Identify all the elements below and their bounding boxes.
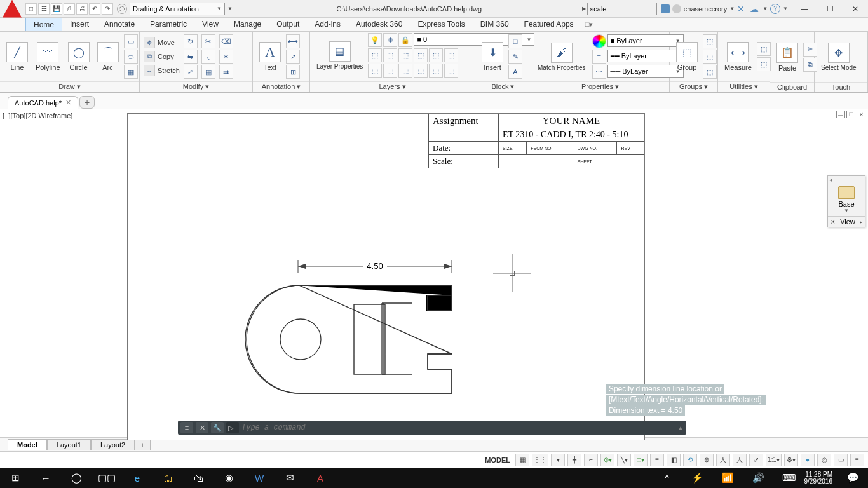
infer-constraints-icon[interactable]: ╋	[567, 454, 581, 466]
tab-manage[interactable]: Manage	[226, 18, 269, 31]
tab-addins[interactable]: Add-ins	[307, 18, 348, 31]
stretch-button[interactable]: ↔Stretch	[144, 64, 180, 77]
dimension-icon[interactable]: ⟷	[286, 34, 300, 48]
model-tab[interactable]: Model	[8, 439, 47, 450]
explorer-icon[interactable]: 🗂	[153, 468, 183, 488]
wifi-icon[interactable]: 📶	[713, 468, 743, 488]
close-icon[interactable]: ✕	[65, 98, 71, 107]
minimize-button[interactable]: —	[792, 0, 817, 18]
viewport-controls[interactable]: [−][Top][2D Wireframe]	[3, 112, 72, 119]
app-menu-button[interactable]	[0, 0, 24, 18]
panel-title-block[interactable]: Block ▾	[475, 81, 531, 92]
cmd-history-up-icon[interactable]: ▲	[677, 424, 684, 431]
layer-properties-button[interactable]: ▤Layer Properties	[314, 40, 365, 71]
start-button[interactable]: ⊞	[0, 468, 31, 488]
notifications-icon[interactable]: 💬	[837, 468, 868, 488]
grid-display-icon[interactable]: ▦	[515, 454, 529, 466]
select-mode-button[interactable]: ✥Select Mode	[818, 41, 859, 72]
color-wheel-icon[interactable]	[592, 34, 606, 48]
cmd-close-icon[interactable]: ✕	[196, 422, 208, 433]
tab-autodesk360[interactable]: Autodesk 360	[348, 18, 410, 31]
mail-icon[interactable]: ✉	[275, 468, 305, 488]
ribbon-expand-button[interactable]: □▾	[585, 18, 593, 31]
workspace-switching-icon[interactable]: ⚙▾	[784, 454, 798, 466]
panel-title-annotation[interactable]: Annotation ▾	[253, 81, 309, 92]
leader-icon[interactable]: ↗	[286, 50, 300, 64]
people-icon[interactable]	[661, 4, 670, 13]
lineweight-icon[interactable]: ≡	[592, 50, 606, 64]
array-icon[interactable]: ▦	[201, 65, 215, 79]
ortho-mode-icon[interactable]: ⌐	[584, 454, 598, 466]
cortana-icon[interactable]: ◯	[61, 468, 92, 488]
attributes-icon[interactable]: A	[508, 65, 522, 79]
undo-icon[interactable]: ↶	[89, 3, 100, 15]
annotation-visibility-icon[interactable]: 人	[733, 454, 747, 466]
autocad-taskbar-icon[interactable]: A	[305, 468, 336, 488]
new-tab-button[interactable]: +	[79, 96, 95, 109]
command-line[interactable]: ≡ ✕ 🔧 ▷_ ▲	[178, 421, 686, 435]
tab-featuredapps[interactable]: Featured Apps	[517, 18, 581, 31]
annotation-scale-icon[interactable]: 人	[716, 454, 730, 466]
layer-bulb-icon[interactable]: 💡	[368, 33, 382, 47]
cmd-recent-icon[interactable]: ≡	[180, 422, 193, 433]
print-icon[interactable]: 🖨	[76, 3, 88, 15]
fillet-icon[interactable]: ◟	[201, 50, 215, 64]
isolate-objects-icon[interactable]: ◎	[817, 454, 831, 466]
annotation-scale-combo[interactable]: 1:1▾	[766, 454, 782, 466]
insert-button[interactable]: ⬇Insert	[479, 41, 506, 72]
tab-view[interactable]: View	[194, 18, 226, 31]
linetype-icon[interactable]: ⋯	[592, 65, 606, 79]
lineweight-display-icon[interactable]: ≡	[650, 454, 664, 466]
snap-mode-icon[interactable]: ⋮⋮	[532, 454, 548, 466]
tab-bim360[interactable]: BIM 360	[473, 18, 517, 31]
view-cube-palette[interactable]: ◂ Base▼ ⤫View▸	[827, 175, 865, 227]
new-icon[interactable]: □	[25, 3, 37, 15]
offset-icon[interactable]: ⇉	[219, 65, 233, 79]
chrome-icon[interactable]: ◉	[214, 468, 244, 488]
user-name[interactable]: chasemccrory	[684, 5, 727, 13]
table-icon[interactable]: ⊞	[286, 65, 300, 79]
vp-maximize-icon[interactable]: ☐	[846, 111, 855, 118]
open-icon[interactable]: ☷	[38, 3, 50, 15]
move-button[interactable]: ✥Move	[144, 36, 180, 49]
volume-icon[interactable]: 🔊	[743, 468, 774, 488]
tab-annotate[interactable]: Annotate	[97, 18, 142, 31]
line-button[interactable]: ╱Line	[4, 41, 31, 72]
rectangle-icon[interactable]: ▭	[124, 34, 138, 48]
help-icon[interactable]: ?	[770, 4, 780, 14]
save-icon[interactable]: 💾	[51, 3, 62, 15]
mirror-icon[interactable]: ⇋	[184, 50, 198, 64]
measure-button[interactable]: ⟷Measure	[722, 41, 754, 72]
redo-icon[interactable]: ↷	[102, 3, 113, 15]
keyboard-icon[interactable]: ⌨	[774, 468, 804, 488]
group-button[interactable]: ⬚Group	[674, 41, 700, 72]
maximize-button[interactable]: ☐	[817, 0, 843, 18]
tab-insert[interactable]: Insert	[62, 18, 97, 31]
customization-icon[interactable]: ≡	[850, 454, 864, 466]
word-icon[interactable]: W	[244, 468, 275, 488]
panel-title-draw[interactable]: Draw ▾	[0, 81, 139, 92]
trim-icon[interactable]: ✂	[201, 34, 215, 48]
polar-tracking-icon[interactable]: ⊙▾	[600, 454, 614, 466]
add-layout-button[interactable]: +	[135, 439, 150, 450]
drawing-area[interactable]: [−][Top][2D Wireframe] — ☐ ✕ AssignmentY…	[0, 109, 868, 437]
match-properties-button[interactable]: 🖌Match Properties	[535, 41, 588, 72]
rotate-icon[interactable]: ↻	[184, 34, 198, 48]
model-space-label[interactable]: MODEL	[485, 456, 510, 464]
panel-title-properties[interactable]: Properties ▾	[531, 81, 669, 92]
hardware-accel-icon[interactable]: ●	[801, 454, 815, 466]
explode-icon[interactable]: ✶	[219, 50, 233, 64]
power-icon[interactable]: ⚡	[682, 468, 713, 488]
text-button[interactable]: AText	[257, 41, 283, 72]
annotation-monitor-icon[interactable]: ⊕	[700, 454, 714, 466]
close-button[interactable]: ✕	[843, 0, 868, 18]
layout2-tab[interactable]: Layout2	[91, 439, 135, 450]
workspace-switching[interactable]: Drafting & Annotation▼ ▼	[117, 3, 233, 15]
scale-icon[interactable]: ⤢	[184, 65, 198, 79]
tab-output[interactable]: Output	[269, 18, 307, 31]
selection-cycling-icon[interactable]: ⟲	[683, 454, 697, 466]
tab-expresstools[interactable]: Express Tools	[410, 18, 472, 31]
clean-screen-icon[interactable]: ▭	[834, 454, 848, 466]
transparency-icon[interactable]: ◧	[667, 454, 681, 466]
edge-icon[interactable]: e	[122, 468, 153, 488]
